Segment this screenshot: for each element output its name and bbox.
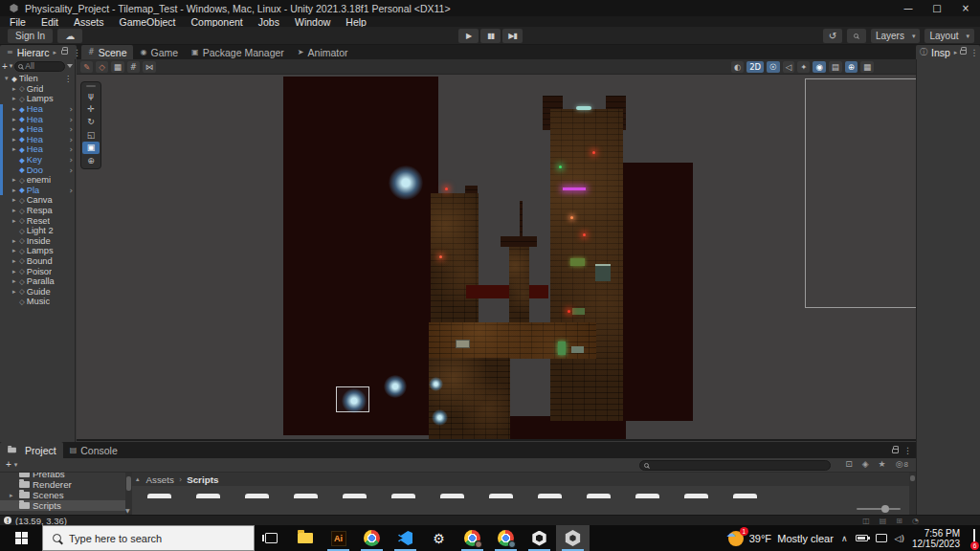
hierarchy-row[interactable]: ▸ ◇ Lamps ⋮ [0, 246, 75, 256]
scene-view-option-button[interactable]: ☉ [767, 61, 780, 73]
expand-arrow-icon[interactable]: ▸ [12, 247, 19, 254]
menu-item[interactable]: Edit [33, 16, 66, 28]
hierarchy-row[interactable]: ▸ ◇ Inside ⋮ [0, 236, 75, 247]
expand-arrow-icon[interactable]: ▸ [12, 237, 19, 245]
folder-row[interactable]: ▸ Scenes [0, 490, 125, 500]
kebab-menu-icon[interactable]: ⋮ [64, 75, 75, 83]
scene-tool-button[interactable]: ⋈ [143, 61, 157, 73]
expand-arrow-icon[interactable]: ▸ [12, 277, 19, 285]
file-explorer-button[interactable] [288, 525, 322, 551]
breadcrumb-root[interactable]: Assets [146, 474, 174, 485]
chevron-down-icon[interactable]: ▾ [10, 62, 13, 70]
selection-rect[interactable] [336, 386, 369, 412]
expand-arrow-icon[interactable]: ▸ [12, 105, 19, 113]
step-button[interactable]: ▶▮ [502, 29, 523, 43]
expand-arrow-icon[interactable]: ▸ [10, 492, 13, 499]
thumbnail-zoom-slider[interactable] [857, 508, 901, 510]
hierarchy-row[interactable]: ▸ ◇ Paralla ⋮ [0, 276, 75, 287]
chrome-profile-2-button[interactable] [489, 525, 523, 551]
file-icon[interactable] [440, 494, 464, 498]
scene-tool-button[interactable]: # [127, 61, 140, 73]
menu-item[interactable]: Jobs [251, 16, 287, 28]
add-asset-button[interactable]: + [6, 459, 11, 470]
file-icon[interactable] [196, 494, 220, 498]
add-object-button[interactable]: + [2, 61, 8, 72]
hierarchy-row[interactable]: ▸ ◇ Poisor ⋮ [0, 266, 75, 276]
expand-arrow-icon[interactable]: ▸ [12, 125, 19, 133]
open-prefab-arrow[interactable]: › [69, 144, 75, 154]
unity-editor-button[interactable] [556, 525, 590, 551]
open-prefab-arrow[interactable]: › [69, 124, 75, 134]
expand-arrow-icon[interactable]: ▸ [12, 196, 19, 204]
open-prefab-arrow[interactable]: › [69, 186, 75, 195]
more-tabs-arrow[interactable]: ▸ [54, 49, 57, 56]
folder-row[interactable]: Scripts [0, 500, 125, 511]
file-icon[interactable] [684, 494, 708, 498]
open-prefab-arrow[interactable]: › [69, 104, 75, 114]
layout-dropdown[interactable]: Layout ▾ [924, 29, 974, 43]
transform-tool-button[interactable]: ↻ [82, 116, 100, 128]
file-icon[interactable] [147, 494, 171, 498]
file-icon[interactable] [587, 494, 611, 498]
scene-area-tab[interactable]: ➤ Animator [291, 45, 355, 59]
lock-icon[interactable] [960, 50, 967, 55]
scene-tool-button[interactable]: ◇ [96, 61, 108, 73]
hierarchy-row[interactable]: ▸ ◇ Canva ⋮ [0, 195, 75, 206]
hierarchy-row[interactable]: ▸ ◇ enemi ⋮ [0, 175, 75, 186]
scene-view-option-button[interactable]: ▦ [860, 61, 874, 73]
file-icon[interactable] [635, 494, 659, 498]
menu-item[interactable]: Window [287, 16, 338, 28]
file-icon[interactable] [538, 494, 562, 498]
sign-in-button[interactable]: Sign In [8, 29, 53, 43]
pause-button[interactable]: ▮▮ [480, 29, 501, 43]
display-icon[interactable] [876, 534, 887, 542]
weather-widget[interactable]: ☁ 1 39°F Mostly clear [728, 531, 834, 546]
hierarchy-row[interactable]: ▸ ◆ Pla › ⋮ [0, 186, 75, 196]
layers-dropdown[interactable]: Layers ▾ [871, 29, 921, 43]
scene-view-option-button[interactable]: 2D [746, 61, 764, 73]
search-filter-icon[interactable] [67, 64, 73, 68]
vscode-button[interactable] [389, 525, 422, 551]
scene-view-option-button[interactable]: ✦ [797, 61, 810, 73]
expand-arrow-icon[interactable]: ▸ [12, 116, 19, 123]
hierarchy-row[interactable]: ▸ ◆ Hea › ⋮ [0, 144, 75, 155]
file-icon[interactable] [489, 494, 513, 498]
project-area-tab[interactable]: ▤ Console [63, 442, 124, 458]
expand-arrow-icon[interactable]: ▸ [12, 95, 19, 102]
task-view-button[interactable] [255, 525, 288, 551]
close-button[interactable]: × [951, 0, 980, 16]
file-icon[interactable] [294, 494, 318, 498]
hierarchy-search-input[interactable]: All [14, 61, 65, 72]
status-icon[interactable]: ▤ [880, 517, 887, 525]
scene-tool-button[interactable]: ▦ [111, 61, 124, 73]
slider-knob[interactable] [881, 505, 889, 513]
hierarchy-row[interactable]: ▸ ◇ Reset ⋮ [0, 215, 75, 226]
hierarchy-row[interactable]: ▸ ◆ Hea › ⋮ [0, 114, 75, 124]
scene-viewport[interactable]: ψ ✛ ↻ ◱ ▣ [77, 75, 916, 441]
hierarchy-row[interactable]: ◆ Key › ⋮ [0, 155, 75, 165]
scroll-down-arrow[interactable]: ▼ [125, 507, 130, 514]
scene-view-option-button[interactable]: ◐ [731, 61, 744, 73]
tray-chevron-icon[interactable]: ∧ [841, 534, 848, 543]
settings-button[interactable]: ⚙ [422, 525, 456, 551]
kebab-menu-icon[interactable]: ⋮ [903, 446, 912, 455]
scene-tool-button[interactable]: ✎ [80, 61, 93, 73]
expand-arrow-icon[interactable]: ▸ [12, 85, 19, 93]
transform-tool-button[interactable]: ⊕ [82, 155, 100, 167]
start-button[interactable] [0, 525, 42, 551]
open-prefab-arrow[interactable]: › [69, 115, 75, 124]
hierarchy-row[interactable]: ▸ ◇ Lamps ⋮ [0, 94, 75, 104]
folder-row[interactable]: Prefabs [0, 473, 125, 479]
hierarchy-row[interactable]: ◆ Doo › ⋮ [0, 165, 75, 175]
asset-pane-scrollbar[interactable] [909, 473, 916, 515]
project-search-input[interactable] [639, 460, 831, 471]
speaker-icon[interactable]: ◁) [895, 534, 904, 543]
scene-view-option-button[interactable]: ◉ [813, 61, 825, 73]
undo-history-button[interactable]: ↺ [823, 29, 842, 43]
scene-view-option-button[interactable]: ▤ [829, 61, 842, 73]
project-filter-button[interactable]: ⊡ [845, 459, 854, 469]
taskbar-search-input[interactable]: Type here to search [42, 525, 255, 551]
expand-arrow-icon[interactable]: ▸ [12, 257, 19, 265]
minimize-button[interactable]: — [894, 0, 923, 16]
menu-item[interactable]: Component [183, 16, 250, 28]
